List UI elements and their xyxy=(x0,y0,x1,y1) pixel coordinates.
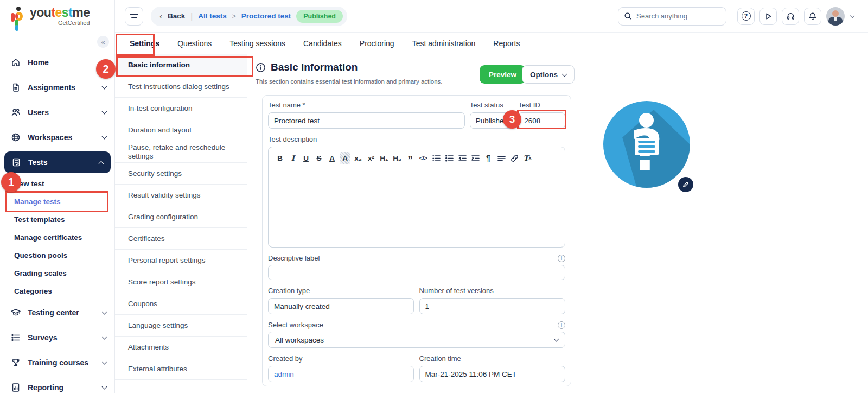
link-button[interactable] xyxy=(509,152,519,164)
profile-chevron-icon[interactable] xyxy=(850,13,854,17)
creation-type-input[interactable] xyxy=(268,298,414,314)
submenu-item-certificates[interactable]: Certificates xyxy=(115,228,247,250)
submenu-item-attachments[interactable]: Attachments xyxy=(115,337,247,358)
creation-time-input[interactable] xyxy=(419,366,565,382)
highlight-button[interactable]: A xyxy=(340,152,350,164)
info-tooltip-icon[interactable]: i xyxy=(558,321,565,329)
paragraph-direction-button[interactable]: ¶ xyxy=(483,152,493,164)
test-id-input[interactable] xyxy=(518,112,565,129)
submenu-item-grading-configuration[interactable]: Grading configuration xyxy=(115,206,247,228)
submenu-item-score-report[interactable]: Score report settings xyxy=(115,271,247,293)
tab-test-administration[interactable]: Test administration xyxy=(412,39,476,48)
tab-settings[interactable]: Settings xyxy=(130,39,159,48)
test-name-label: Test name * xyxy=(268,101,465,109)
workspace-select[interactable]: All workspaces xyxy=(268,332,565,348)
logo-question-icon xyxy=(10,7,26,31)
text-color-button[interactable]: A xyxy=(327,152,337,164)
superscript-button[interactable]: x² xyxy=(366,152,376,164)
submenu-item-pause-retake[interactable]: Pause, retake and reschedule settings xyxy=(115,141,247,163)
sidebar-item-manage-tests[interactable]: Manage tests xyxy=(0,193,115,211)
sidebar-collapse-button[interactable]: « xyxy=(97,36,109,48)
info-tooltip-icon[interactable]: i xyxy=(558,255,565,262)
sidebar-item-testing-center[interactable]: Testing center xyxy=(0,300,115,325)
logo-subtitle: GetCertified xyxy=(30,20,90,26)
indent-button[interactable] xyxy=(470,152,480,164)
sidebar-item-reporting[interactable]: Reporting xyxy=(0,375,115,393)
main-content: Basic information This section contains … xyxy=(247,54,868,393)
sidebar-item-users[interactable]: Users xyxy=(0,100,115,125)
options-button[interactable]: Options xyxy=(522,65,575,84)
sidebar-item-test-templates[interactable]: Test templates xyxy=(0,211,115,229)
sidebar-item-surveys[interactable]: Surveys xyxy=(0,325,115,350)
versions-input[interactable] xyxy=(419,298,565,314)
search-input[interactable] xyxy=(636,12,732,20)
code-button[interactable]: </> xyxy=(418,152,428,164)
bullet-list-button[interactable] xyxy=(444,152,454,164)
heading1-button[interactable]: H₁ xyxy=(379,152,389,164)
sidebar-item-grading-scales[interactable]: Grading scales xyxy=(0,264,115,282)
logo-you: you xyxy=(30,5,51,20)
submenu-item-external-attributes[interactable]: External attributes xyxy=(115,358,247,380)
submenu-item-result-validity[interactable]: Result validity settings xyxy=(115,185,247,206)
sidebar-item-manage-certificates[interactable]: Manage certificates xyxy=(0,229,115,246)
test-name-input[interactable] xyxy=(268,112,465,129)
submenu-item-coupons[interactable]: Coupons xyxy=(115,293,247,315)
sidebar-item-label: Training courses xyxy=(28,358,95,367)
test-status-label: Test status xyxy=(470,101,514,109)
submenu-item-language-settings[interactable]: Language settings xyxy=(115,315,247,337)
tab-proctoring[interactable]: Proctoring xyxy=(360,39,394,48)
global-search[interactable] xyxy=(618,7,726,26)
sidebar-item-question-pools[interactable]: Question pools xyxy=(0,246,115,264)
submenu-item-test-instructions[interactable]: Test instructions dialog settings xyxy=(115,76,247,98)
strikethrough-button[interactable]: S xyxy=(314,152,324,164)
tutorials-play-button[interactable] xyxy=(760,8,777,25)
back-button[interactable]: Back xyxy=(168,12,185,20)
users-icon xyxy=(11,107,21,117)
heading2-button[interactable]: H₂ xyxy=(392,152,402,164)
breadcrumb-all-tests[interactable]: All tests xyxy=(198,12,227,20)
breadcrumb-current-test[interactable]: Proctored test xyxy=(241,12,291,20)
document-icon xyxy=(11,83,21,92)
chevron-down-icon xyxy=(102,134,107,140)
chevron-down-icon xyxy=(554,337,559,342)
underline-button[interactable]: U xyxy=(301,152,311,164)
sidebar-item-label: Reporting xyxy=(28,383,95,392)
user-avatar[interactable] xyxy=(826,7,845,26)
sidebar-item-assignments[interactable]: Assignments xyxy=(0,75,115,100)
blockquote-button[interactable]: ” xyxy=(405,152,415,164)
sidebar-item-training-courses[interactable]: Training courses xyxy=(0,350,115,375)
tab-testing-sessions[interactable]: Testing sessions xyxy=(229,39,285,48)
submenu-item-security-settings[interactable]: Security settings xyxy=(115,163,247,185)
sidebar-item-workspaces[interactable]: Workspaces xyxy=(0,125,115,150)
description-editor[interactable]: B I U S A A x₂ x² H₁ H₂ ” </> xyxy=(268,147,565,248)
ordered-list-button[interactable] xyxy=(431,152,441,164)
hamburger-menu-button[interactable] xyxy=(125,7,143,26)
align-button[interactable] xyxy=(496,152,506,164)
submenu-item-in-test-configuration[interactable]: In-test configuration xyxy=(115,98,247,119)
outdent-button[interactable] xyxy=(457,152,467,164)
tab-questions[interactable]: Questions xyxy=(177,39,212,48)
topbar-icon-buttons: ? xyxy=(737,7,854,26)
basic-information-card: Test name * Test status Test ID Test des… xyxy=(262,95,571,386)
clear-formatting-button[interactable]: Tx xyxy=(522,152,532,164)
created-by-link[interactable]: admin xyxy=(274,370,294,378)
subscript-button[interactable]: x₂ xyxy=(353,152,363,164)
sidebar-item-tests[interactable]: Tests xyxy=(4,151,111,173)
edit-test-image-button[interactable] xyxy=(678,177,693,192)
submenu-item-personal-report[interactable]: Personal report settings xyxy=(115,250,247,271)
help-button[interactable]: ? xyxy=(737,8,755,25)
support-headset-button[interactable] xyxy=(782,8,799,25)
top-bar: ‹ Back | All tests > Proctored test Publ… xyxy=(115,0,868,33)
description-editor-body[interactable] xyxy=(269,164,565,234)
submenu-item-duration-layout[interactable]: Duration and layout xyxy=(115,119,247,141)
youtestme-logo[interactable]: youtestme GetCertified xyxy=(10,7,90,31)
preview-button[interactable]: Preview xyxy=(480,65,526,84)
tab-candidates[interactable]: Candidates xyxy=(303,39,342,48)
italic-button[interactable]: I xyxy=(288,152,298,164)
notifications-button[interactable] xyxy=(804,8,821,25)
descriptive-label-input[interactable] xyxy=(268,265,565,280)
sidebar-item-categories[interactable]: Categories xyxy=(0,282,115,300)
bold-button[interactable]: B xyxy=(275,152,285,164)
tab-reports[interactable]: Reports xyxy=(493,39,520,48)
submenu-item-basic-information[interactable]: Basic information xyxy=(115,54,247,76)
